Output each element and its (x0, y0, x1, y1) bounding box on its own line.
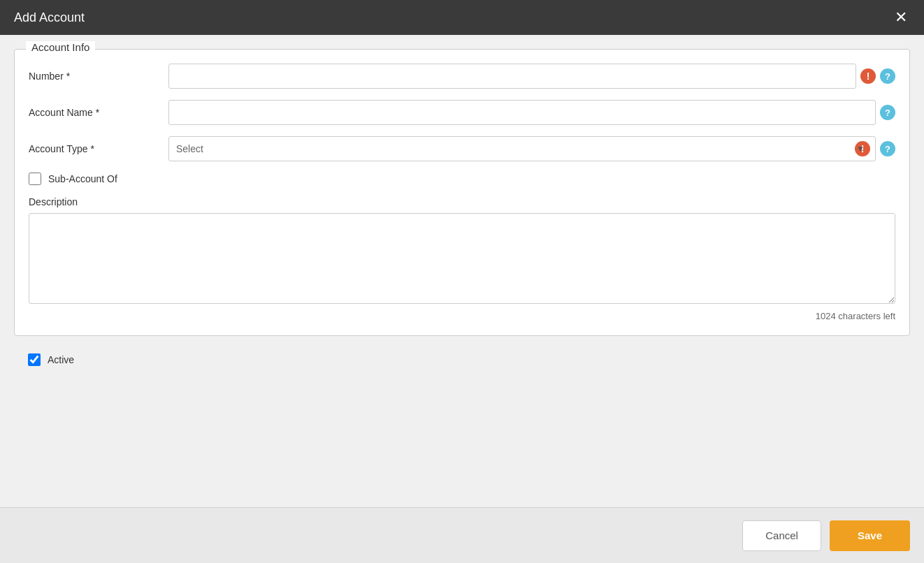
number-input[interactable] (168, 64, 856, 89)
cancel-button[interactable]: Cancel (742, 520, 821, 551)
char-count: 1024 characters left (29, 311, 895, 321)
account-info-legend: Account Info (26, 41, 95, 53)
number-label: Number * (29, 71, 168, 82)
active-checkbox[interactable] (28, 353, 41, 366)
dialog-header: Add Account ✕ (0, 0, 924, 35)
number-error-icon: ! (860, 68, 876, 84)
save-button[interactable]: Save (830, 520, 910, 551)
number-row: Number * ! ? (29, 64, 895, 89)
number-help-icon[interactable]: ? (880, 68, 895, 84)
close-button[interactable]: ✕ (892, 10, 910, 25)
dialog-body: Account Info Number * ! ? Account Name * (0, 35, 924, 507)
account-type-select[interactable]: Select (168, 136, 876, 161)
account-name-row: Account Name * ? (29, 100, 895, 125)
account-name-label: Account Name * (29, 107, 168, 118)
account-name-field-wrapper: ? (168, 100, 895, 125)
dialog-title: Add Account (14, 10, 85, 25)
account-type-label: Account Type * (29, 143, 168, 154)
sub-account-row: Sub-Account Of (29, 173, 895, 185)
add-account-dialog: Add Account ✕ Account Info Number * ! ? (0, 0, 924, 563)
description-section: Description 1024 characters left (29, 196, 895, 321)
active-row: Active (14, 346, 910, 373)
description-textarea[interactable] (29, 213, 895, 304)
account-type-help-icon[interactable]: ? (880, 141, 895, 156)
account-type-row: Account Type * Select ! ▼ (29, 136, 895, 161)
account-name-help-icon[interactable]: ? (880, 105, 895, 120)
account-type-field-wrapper: Select ! ▼ ? (168, 136, 895, 161)
sub-account-label: Sub-Account Of (48, 173, 117, 184)
sub-account-checkbox[interactable] (29, 173, 41, 185)
account-name-input[interactable] (168, 100, 876, 125)
account-type-select-wrapper: Select ! ▼ (168, 136, 876, 161)
description-label: Description (29, 196, 895, 207)
active-label: Active (48, 354, 74, 365)
account-info-section: Account Info Number * ! ? Account Name * (14, 49, 910, 336)
number-field-wrapper: ! ? (168, 64, 895, 89)
dialog-footer: Cancel Save (0, 507, 924, 563)
